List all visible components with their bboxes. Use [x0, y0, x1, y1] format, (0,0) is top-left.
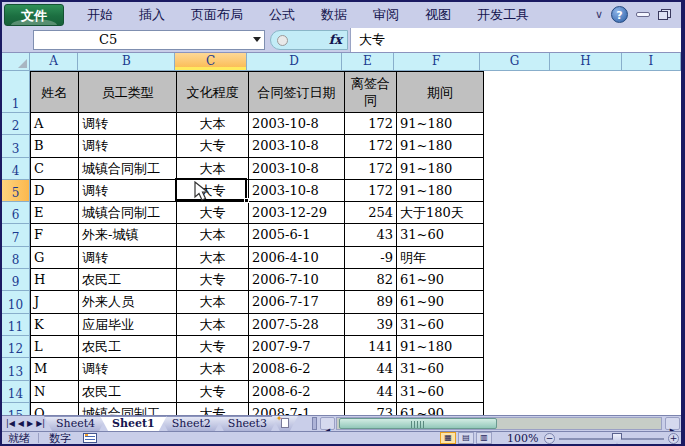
cell-C8[interactable]: 大本	[177, 247, 249, 269]
insert-function-button[interactable]: fx	[329, 32, 342, 47]
zoom-slider-thumb[interactable]	[612, 433, 622, 444]
cell-F14[interactable]: 31~60	[397, 381, 484, 403]
cell-A3[interactable]: B	[30, 135, 79, 157]
column-header-A[interactable]: A	[30, 53, 79, 71]
cell-F13[interactable]: 31~60	[397, 358, 484, 380]
next-sheet-icon[interactable]: ▶	[27, 416, 33, 431]
column-header-G[interactable]: G	[480, 53, 550, 71]
file-tab[interactable]: 文件	[4, 4, 64, 26]
cell-C9[interactable]: 大专	[177, 269, 249, 291]
cell-D9[interactable]: 2006-7-10	[249, 269, 345, 291]
cell-A7[interactable]: F	[30, 224, 79, 246]
cell-C7[interactable]: 大本	[177, 224, 249, 246]
cell-E6[interactable]: 254	[345, 202, 397, 224]
page-layout-view-button[interactable]: ▤	[458, 432, 474, 444]
cell-E10[interactable]: 89	[345, 291, 397, 313]
cell-F6[interactable]: 大于180天	[397, 202, 484, 224]
cell-C15[interactable]: 大专	[177, 403, 249, 415]
cell-A8[interactable]: G	[30, 247, 79, 269]
cell-F9[interactable]: 61~90	[397, 269, 484, 291]
cell-A4[interactable]: C	[30, 158, 79, 180]
restore-icon[interactable]	[658, 9, 671, 20]
menu-tab-开发工具[interactable]: 开发工具	[464, 2, 542, 27]
cell-A10[interactable]: J	[30, 291, 79, 313]
menu-tab-公式[interactable]: 公式	[256, 2, 308, 27]
menu-tab-插入[interactable]: 插入	[126, 2, 178, 27]
column-header-C[interactable]: C	[175, 53, 246, 71]
cell-E5[interactable]: 172	[345, 180, 397, 202]
row-header-3[interactable]: 3	[2, 135, 30, 157]
cell-C1[interactable]: 文化程度	[177, 71, 249, 113]
select-all-corner[interactable]	[2, 53, 30, 71]
cell-D5[interactable]: 2003-10-8	[249, 180, 345, 202]
cell-D15[interactable]: 2008-7-1	[249, 403, 345, 415]
row-header-15[interactable]: 15	[2, 403, 30, 415]
cell-A9[interactable]: H	[30, 269, 79, 291]
cell-A1[interactable]: 姓名	[30, 71, 79, 113]
cell-E13[interactable]: 44	[345, 358, 397, 380]
row-header-4[interactable]: 4	[2, 158, 30, 180]
cell-C4[interactable]: 大本	[177, 158, 249, 180]
first-sheet-icon[interactable]: |◀	[6, 416, 15, 431]
cell-E7[interactable]: 43	[345, 224, 397, 246]
page-break-view-button[interactable]: ▥	[476, 432, 492, 444]
name-box[interactable]: C5	[33, 30, 265, 50]
row-header-14[interactable]: 14	[2, 381, 30, 403]
cell-C13[interactable]: 大本	[177, 358, 249, 380]
cell-F4[interactable]: 91~180	[397, 158, 484, 180]
zoom-level-label[interactable]: 100%	[507, 432, 538, 445]
cell-E9[interactable]: 82	[345, 269, 397, 291]
row-header-2[interactable]: 2	[2, 113, 30, 135]
cell-F2[interactable]: 91~180	[397, 113, 484, 135]
cell-A11[interactable]: K	[30, 314, 79, 336]
active-cell-selection[interactable]	[175, 178, 247, 201]
cell-D12[interactable]: 2007-9-7	[249, 336, 345, 358]
formula-input[interactable]: 大专	[350, 28, 681, 52]
row-header-8[interactable]: 8	[2, 247, 30, 269]
cell-B6[interactable]: 城镇合同制工	[79, 202, 177, 224]
cell-D7[interactable]: 2005-6-1	[249, 224, 345, 246]
macro-record-icon[interactable]	[83, 433, 97, 443]
sheet-tab-sheet2[interactable]: Sheet2	[160, 416, 223, 431]
cell-C10[interactable]: 大本	[177, 291, 249, 313]
cell-D6[interactable]: 2003-12-29	[249, 202, 345, 224]
cell-D1[interactable]: 合同签订日期	[249, 71, 345, 113]
cell-F3[interactable]: 91~180	[397, 135, 484, 157]
column-header-H[interactable]: H	[550, 53, 621, 71]
tab-split-handle[interactable]	[312, 417, 317, 430]
row-header-6[interactable]: 6	[2, 202, 30, 224]
hscroll-right-button[interactable]: ▶	[665, 417, 680, 430]
cell-B5[interactable]: 调转	[79, 180, 177, 202]
cell-B7[interactable]: 外来-城镇	[79, 224, 177, 246]
cell-C6[interactable]: 大专	[177, 202, 249, 224]
cell-E1[interactable]: 离签合同	[345, 71, 397, 113]
cell-B2[interactable]: 调转	[79, 113, 177, 135]
column-header-F[interactable]: F	[394, 53, 480, 71]
prev-sheet-icon[interactable]: ◀	[18, 416, 24, 431]
formula-bar-circle-button[interactable]	[277, 35, 288, 46]
cell-F5[interactable]: 91~180	[397, 180, 484, 202]
cell-D13[interactable]: 2008-6-2	[249, 358, 345, 380]
cell-F1[interactable]: 期间	[397, 71, 484, 113]
cell-C3[interactable]: 大专	[177, 135, 249, 157]
column-header-I[interactable]: I	[622, 53, 681, 71]
cell-D10[interactable]: 2006-7-17	[249, 291, 345, 313]
cell-D8[interactable]: 2006-4-10	[249, 247, 345, 269]
row-header-13[interactable]: 13	[2, 358, 30, 380]
sheet-tab-sheet1[interactable]: Sheet1	[100, 416, 167, 431]
cell-A14[interactable]: N	[30, 381, 79, 403]
fill-handle[interactable]	[244, 198, 249, 203]
cell-E12[interactable]: 141	[345, 336, 397, 358]
hscroll-thumb[interactable]	[339, 418, 497, 429]
cell-B1[interactable]: 员工类型	[79, 71, 177, 113]
cell-B15[interactable]: 城镇合同制工	[79, 403, 177, 415]
cell-B8[interactable]: 调转	[79, 247, 177, 269]
minimize-icon[interactable]	[636, 12, 650, 17]
cell-E15[interactable]: 73	[345, 403, 397, 415]
sheet-tab-sheet4[interactable]: Sheet4	[44, 416, 107, 431]
row-header-7[interactable]: 7	[2, 224, 30, 246]
cell-D4[interactable]: 2003-10-8	[249, 158, 345, 180]
cell-A15[interactable]: O	[30, 403, 79, 415]
menu-tab-数据[interactable]: 数据	[308, 2, 360, 27]
cell-E2[interactable]: 172	[345, 113, 397, 135]
